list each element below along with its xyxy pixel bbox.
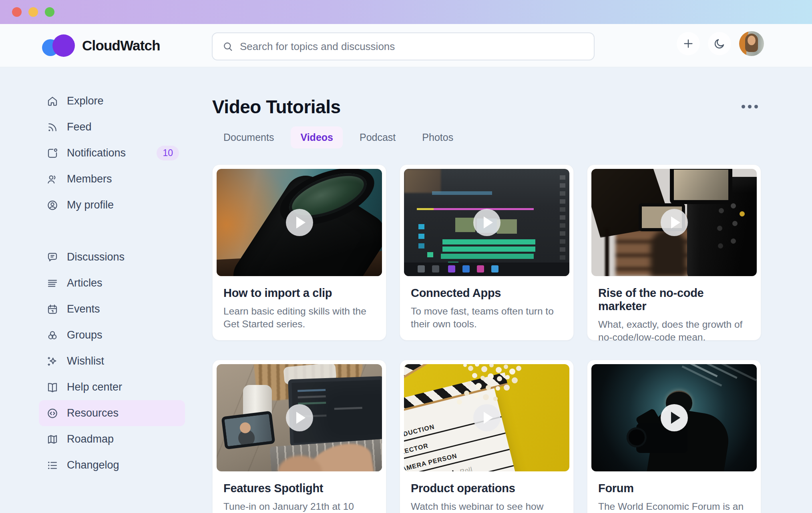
sidebar-item-events[interactable]: Events — [39, 296, 185, 322]
sidebar-item-label: Help center — [67, 381, 122, 393]
play-icon — [484, 412, 493, 424]
sidebar-item-label: Articles — [67, 277, 103, 289]
search-bar[interactable] — [212, 32, 595, 60]
sidebar-item-label: Discussions — [67, 251, 125, 263]
sidebar-item-notifications[interactable]: Notifications 10 — [39, 140, 185, 166]
circles-icon — [46, 329, 58, 341]
content-tabs: Documents Videos Podcast Photos — [214, 126, 463, 148]
user-circle-icon — [46, 199, 58, 211]
play-button[interactable] — [473, 209, 500, 236]
minimize-window-button[interactable] — [28, 7, 38, 17]
create-button[interactable] — [677, 32, 700, 55]
code-circle-icon — [46, 407, 58, 419]
app-header: CloudWatch — [0, 24, 812, 67]
page-title: Video Tutorials — [212, 96, 341, 118]
tab-podcast[interactable]: Podcast — [350, 126, 405, 148]
book-open-icon — [46, 381, 58, 393]
video-thumbnail-camera-lens[interactable] — [217, 169, 382, 276]
rss-icon — [46, 121, 58, 133]
brand-name: CloudWatch — [82, 38, 160, 54]
sidebar-group-divider — [39, 218, 185, 244]
video-thumbnail-editor-timeline[interactable] — [404, 169, 569, 276]
play-icon — [296, 412, 306, 424]
video-card[interactable]: Forum The World Economic Forum is an — [587, 360, 761, 513]
notifications-count-badge: 10 — [157, 146, 179, 160]
play-button[interactable] — [286, 404, 313, 431]
user-avatar[interactable] — [739, 31, 764, 56]
brand[interactable]: CloudWatch — [42, 33, 160, 58]
video-thumbnail-camera-operator[interactable] — [591, 364, 757, 471]
sidebar-item-wishlist[interactable]: Wishlist — [39, 348, 185, 374]
message-icon — [46, 251, 58, 263]
video-card[interactable]: PRODUCTION DIRECTOR CAMERA PERSON SCENE … — [400, 360, 574, 513]
sidebar-nav: Explore Feed Notifications 10 Members My… — [39, 88, 185, 478]
map-icon — [46, 433, 58, 445]
video-thumbnail-film-studio[interactable] — [591, 169, 757, 276]
sparkle-icon — [46, 355, 58, 367]
home-icon — [46, 95, 58, 107]
sidebar-item-label: Groups — [67, 329, 103, 341]
play-icon — [671, 216, 680, 228]
search-icon — [222, 41, 233, 52]
sidebar-item-label: Events — [67, 303, 100, 315]
tab-photos[interactable]: Photos — [412, 126, 463, 148]
sidebar-item-roadmap[interactable]: Roadmap — [39, 426, 185, 452]
tab-videos[interactable]: Videos — [291, 126, 343, 148]
play-button[interactable] — [661, 209, 688, 236]
video-card[interactable]: Connected Apps To move fast, teams often… — [400, 164, 574, 341]
sidebar-item-explore[interactable]: Explore — [39, 88, 185, 114]
video-card-description: What, exactly, does the growth of no-cod… — [598, 318, 745, 344]
video-card-description: To move fast, teams often turn to their … — [411, 305, 557, 331]
calendar-icon — [46, 303, 58, 315]
video-card-title: Features Spotlight — [223, 482, 376, 495]
search-input[interactable] — [240, 40, 584, 53]
video-card[interactable]: Features Spotlight Tune-in on January 21… — [212, 360, 386, 513]
close-window-button[interactable] — [12, 7, 22, 17]
dark-mode-button[interactable] — [708, 32, 731, 55]
sidebar-item-label: Explore — [67, 95, 104, 107]
video-card[interactable]: How to import a clip Learn basic editing… — [212, 164, 386, 341]
maximize-window-button[interactable] — [45, 7, 54, 17]
video-card[interactable]: Rise of the no-code marketer What, exact… — [587, 164, 761, 341]
sidebar-item-label: Feed — [67, 121, 92, 133]
sidebar-item-label: Resources — [67, 407, 119, 419]
video-card-title: Rise of the no-code marketer — [598, 287, 751, 313]
sidebar-item-label: Roadmap — [67, 433, 114, 445]
lines-icon — [46, 277, 58, 289]
video-card-description: Watch this webinar to see how you can — [411, 500, 557, 513]
video-card-title: Product operations — [411, 482, 564, 495]
play-icon — [296, 216, 306, 228]
video-thumbnail-desk-video-call[interactable] — [217, 364, 382, 471]
video-card-description: Tune-in on January 21th at 10 am PST / — [223, 500, 370, 513]
sidebar-item-members[interactable]: Members — [39, 166, 185, 192]
notification-icon — [46, 147, 58, 159]
sidebar-item-label: My profile — [67, 199, 114, 211]
video-thumbnail-clapperboard[interactable]: PRODUCTION DIRECTOR CAMERA PERSON SCENE … — [404, 364, 569, 471]
video-card-grid: How to import a clip Learn basic editing… — [212, 164, 761, 513]
sidebar-item-help-center[interactable]: Help center — [39, 374, 185, 400]
sidebar-item-label: Changelog — [67, 459, 119, 471]
sidebar-item-resources[interactable]: Resources — [39, 400, 185, 426]
play-icon — [671, 412, 680, 424]
window-controls — [12, 7, 54, 17]
moon-icon — [713, 37, 726, 50]
play-button[interactable] — [473, 404, 500, 431]
video-card-description: Learn basic editing skills with the Get … — [223, 305, 370, 331]
sidebar-item-groups[interactable]: Groups — [39, 322, 185, 348]
video-card-title: Forum — [598, 482, 751, 495]
video-card-title: How to import a clip — [223, 287, 376, 300]
sidebar-item-my-profile[interactable]: My profile — [39, 192, 185, 218]
sidebar-item-articles[interactable]: Articles — [39, 270, 185, 296]
sidebar-item-label: Members — [67, 173, 112, 185]
more-options-button[interactable] — [742, 105, 758, 108]
sidebar-item-changelog[interactable]: Changelog — [39, 452, 185, 478]
play-button[interactable] — [661, 404, 688, 431]
tab-documents[interactable]: Documents — [214, 126, 283, 148]
sidebar-item-label: Notifications — [67, 147, 126, 159]
sidebar-item-discussions[interactable]: Discussions — [39, 244, 185, 270]
play-button[interactable] — [286, 209, 313, 236]
window-titlebar — [0, 0, 812, 24]
sidebar-item-feed[interactable]: Feed — [39, 114, 185, 140]
cloudwatch-logo-icon — [42, 33, 70, 58]
plus-icon — [682, 37, 695, 50]
